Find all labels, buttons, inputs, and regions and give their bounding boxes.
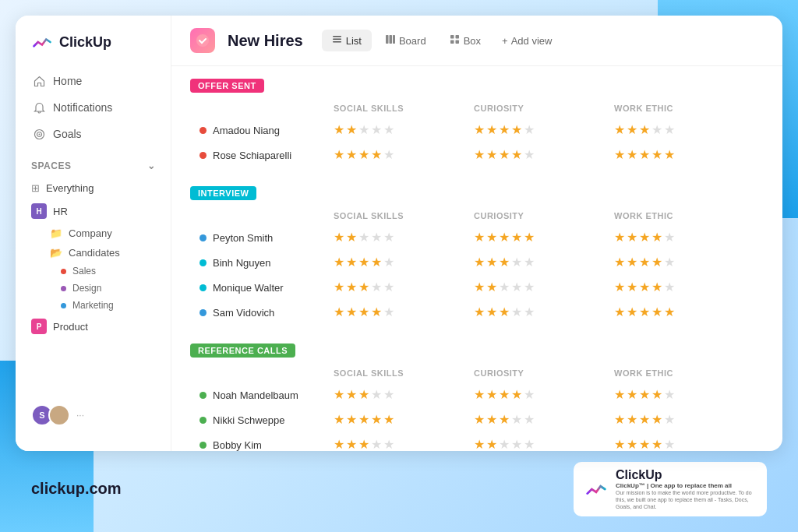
social-stars: ★ ★ ★ ★ ★ (334, 389, 474, 401)
home-icon (33, 75, 45, 87)
sidebar-item-everything-label: Everything (46, 182, 94, 194)
tab-board-label: Board (399, 35, 426, 47)
grid-icon: ⊞ (31, 182, 40, 194)
status-dot (200, 309, 207, 316)
sidebar-item-everything[interactable]: ⊞ Everything (16, 178, 171, 199)
tab-list[interactable]: List (322, 30, 372, 51)
svg-rect-9 (393, 35, 395, 44)
page-title: New Hires (228, 32, 303, 50)
social-stars: ★ ★ ★ ★ ★ (334, 281, 474, 294)
candidate-name: Noah Mandelbaum (200, 389, 334, 401)
top-bar: New Hires List Board (171, 16, 782, 66)
social-stars: ★ ★ ★ ★ ★ (334, 231, 474, 244)
table-row: Monique Walter ★ ★ ★ ★ ★ ★ ★ ★ (190, 275, 764, 300)
avatar-user (48, 404, 70, 426)
svg-rect-4 (333, 36, 341, 37)
work-ethic-stars: ★ ★ ★ ★ ★ (614, 256, 754, 269)
sidebar-item-design-label: Design (72, 283, 101, 294)
status-dot (200, 442, 207, 449)
tab-board[interactable]: Board (375, 30, 436, 51)
status-dot (200, 259, 207, 266)
social-stars: ★ ★ ★ ★ ★ (334, 439, 474, 451)
table-row: Peyton Smith ★ ★ ★ ★ ★ ★ ★ ★ (190, 225, 764, 250)
view-tabs: List Board Box + (322, 30, 560, 51)
sidebar-item-sales[interactable]: Sales (16, 262, 171, 280)
marketing-dot (61, 303, 66, 308)
main-content: New Hires List Board (171, 16, 782, 451)
svg-rect-8 (389, 35, 392, 44)
work-ethic-stars: ★ ★ ★ ★ ★ (614, 124, 754, 136)
table-row: Binh Nguyen ★ ★ ★ ★ ★ ★ ★ ★ (190, 250, 764, 275)
bottom-url: clickup.com (31, 480, 122, 498)
nav-home[interactable]: Home (25, 69, 161, 93)
sidebar-item-company[interactable]: 📁 Company (16, 224, 171, 243)
social-stars: ★ ★ ★ ★ ★ (334, 414, 474, 426)
sidebar-item-company-label: Company (69, 227, 112, 239)
status-dot (200, 284, 207, 291)
col-curiosity-2: CURIOSITY (474, 211, 614, 220)
bottom-bar: clickup.com ClickUp ClickUp™ | One app t… (16, 451, 782, 516)
sidebar: ClickUp Home Notifications (16, 16, 171, 451)
work-ethic-stars: ★ ★ ★ ★ ★ (614, 389, 754, 401)
col-work-ethic-3: WORK ETHIC (614, 368, 754, 378)
clickup-logo-icon (31, 31, 53, 53)
candidate-name: Nikki Schweppe (200, 414, 334, 426)
bottom-logo-name: ClickUp (616, 468, 756, 482)
nav-goals[interactable]: Goals (25, 122, 161, 146)
section-offer-header: OFFER SENT (190, 79, 764, 93)
spaces-chevron-icon[interactable]: ⌄ (147, 160, 156, 171)
tab-box-label: Box (464, 35, 481, 47)
sidebar-item-marketing-label: Marketing (72, 300, 114, 311)
social-stars: ★ ★ ★ ★ ★ (334, 306, 474, 319)
bottom-tagline: ClickUp™ | One app to replace them all (616, 482, 756, 489)
sidebar-item-marketing[interactable]: Marketing (16, 297, 171, 314)
bottom-clickup-logo-icon (584, 477, 608, 501)
work-ethic-stars: ★ ★ ★ ★ ★ (614, 414, 754, 426)
candidate-name: Amadou Niang (200, 125, 334, 136)
avatar-more-icon: ··· (76, 410, 84, 421)
curiosity-stars: ★ ★ ★ ★ ★ (474, 149, 614, 161)
nav-notifications[interactable]: Notifications (25, 95, 161, 120)
status-dot (200, 127, 207, 134)
sidebar-item-sales-label: Sales (72, 266, 96, 277)
svg-rect-11 (455, 35, 459, 39)
folder-company-icon: 📁 (50, 227, 62, 239)
interview-table-header: SOCIAL SKILLS CURIOSITY WORK ETHIC (190, 206, 764, 225)
bottom-logo-card: ClickUp ClickUp™ | One app to replace th… (574, 462, 767, 516)
social-stars: ★ ★ ★ ★ ★ (334, 124, 474, 136)
curiosity-stars: ★ ★ ★ ★ ★ (474, 281, 614, 294)
section-interview-header: INTERVIEW (190, 186, 764, 200)
work-ethic-stars: ★ ★ ★ ★ ★ (614, 281, 754, 294)
social-stars: ★ ★ ★ ★ ★ (334, 149, 474, 161)
sidebar-item-design[interactable]: Design (16, 280, 171, 297)
svg-rect-6 (333, 41, 341, 43)
avatar-group: S (31, 404, 70, 426)
nav-notifications-label: Notifications (53, 101, 112, 114)
sidebar-item-candidates[interactable]: 📂 Candidates (16, 243, 171, 262)
status-dot (200, 152, 207, 159)
table-row: Amadou Niang ★ ★ ★ ★ ★ ★ ★ ★ (190, 118, 764, 143)
sidebar-item-product-label: Product (53, 321, 88, 333)
curiosity-stars: ★ ★ ★ ★ ★ (474, 389, 614, 401)
col-curiosity-1: CURIOSITY (474, 104, 614, 113)
table-row: Bobby Kim ★ ★ ★ ★ ★ ★ ★ ★ (190, 432, 764, 451)
logo-text: ClickUp (59, 34, 111, 51)
sidebar-item-product[interactable]: P Product (16, 314, 171, 339)
list-icon (332, 34, 342, 47)
target-icon (33, 128, 45, 140)
svg-point-3 (196, 34, 209, 47)
tab-box[interactable]: Box (440, 30, 491, 51)
add-view-button[interactable]: + Add view (494, 31, 560, 51)
table-row: Sam Vidovich ★ ★ ★ ★ ★ ★ ★ ★ (190, 300, 764, 325)
curiosity-stars: ★ ★ ★ ★ ★ (474, 256, 614, 269)
table-area: OFFER SENT SOCIAL SKILLS CURIOSITY WORK … (171, 66, 782, 451)
curiosity-stars: ★ ★ ★ ★ ★ (474, 414, 614, 426)
sales-dot (61, 269, 66, 274)
bottom-logo-text-block: ClickUp ClickUp™ | One app to replace th… (616, 468, 756, 510)
nav-goals-label: Goals (53, 128, 82, 140)
sidebar-item-hr[interactable]: H HR (16, 199, 171, 224)
interview-badge: INTERVIEW (190, 186, 256, 200)
plus-icon: + (502, 35, 508, 47)
table-row: Rose Schiaparelli ★ ★ ★ ★ ★ ★ ★ ★ (190, 143, 764, 167)
nav-home-label: Home (53, 75, 82, 87)
